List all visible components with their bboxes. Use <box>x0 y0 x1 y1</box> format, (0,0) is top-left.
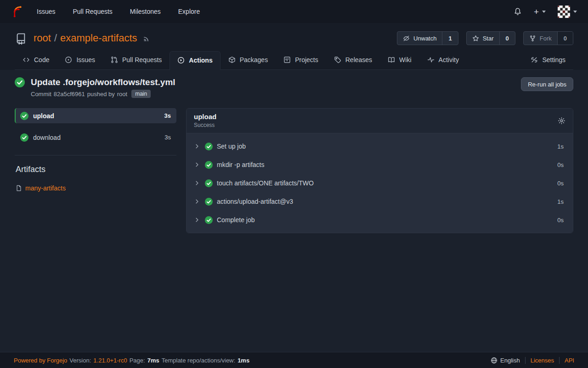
chevron-down-icon <box>542 11 546 13</box>
package-icon <box>228 56 236 63</box>
nav-milestones-link[interactable]: Milestones <box>130 8 161 15</box>
rss-icon[interactable] <box>143 34 150 42</box>
tab-pull-requests-label: Pull Requests <box>122 56 162 63</box>
create-new-dropdown[interactable]: + <box>534 7 546 16</box>
footer-links: English Licenses API <box>491 357 574 364</box>
repo-tabbar: Code Issues Pull Requests <box>15 51 573 70</box>
repo-owner-link[interactable]: root <box>34 32 51 44</box>
play-circle-icon <box>177 57 185 64</box>
forgejo-logo-icon[interactable] <box>11 5 24 18</box>
gear-icon[interactable] <box>558 117 565 125</box>
powered-by-link[interactable]: Powered by Forgejo <box>14 357 67 364</box>
jobs-sidebar: upload 3s download 3s Artifacts <box>15 108 176 192</box>
api-link[interactable]: API <box>565 357 574 364</box>
page-time-value: 7ms <box>147 357 159 364</box>
tab-releases[interactable]: Releases <box>326 51 380 69</box>
tab-activity[interactable]: Activity <box>419 51 467 69</box>
tab-pull-requests[interactable]: Pull Requests <box>103 51 170 69</box>
step-label: mkdir -p artifacts <box>217 161 264 168</box>
check-circle-icon <box>15 77 25 87</box>
step-label: actions/upload-artifact@v3 <box>217 198 293 205</box>
step-label: Set up job <box>217 143 246 150</box>
chevron-right-icon <box>194 180 200 186</box>
fork-button[interactable]: Fork <box>524 32 557 45</box>
nav-issues-link[interactable]: Issues <box>37 8 55 15</box>
step-duration: 0s <box>557 161 564 168</box>
footer: Powered by Forgejo Version: 1.21.0+1-rc0… <box>0 352 588 368</box>
sidebar-divider <box>15 155 176 155</box>
branch-badge[interactable]: main <box>131 90 151 98</box>
step-duration: 1s <box>557 143 564 150</box>
job-detail-title: upload <box>194 113 216 121</box>
tab-packages[interactable]: Packages <box>220 51 276 69</box>
template-time-value: 1ms <box>237 357 249 364</box>
chevron-right-icon <box>194 199 200 204</box>
fork-icon <box>529 35 536 42</box>
commit-label: Commit <box>31 91 51 98</box>
unwatch-button[interactable]: Unwatch <box>397 32 442 45</box>
step-row-complete-job[interactable]: Complete job 0s <box>187 211 573 229</box>
tab-wiki-label: Wiki <box>399 56 411 63</box>
step-row-mkdir[interactable]: mkdir -p artifacts 0s <box>187 155 573 174</box>
committer-link[interactable]: root <box>117 91 127 98</box>
step-duration: 0s <box>557 217 564 224</box>
watchers-count[interactable]: 1 <box>442 32 458 45</box>
rerun-all-jobs-button[interactable]: Re-run all jobs <box>521 77 573 91</box>
check-circle-icon <box>205 143 213 150</box>
bell-icon[interactable] <box>514 7 522 16</box>
tab-projects[interactable]: Projects <box>276 51 326 69</box>
step-row-touch[interactable]: touch artifacts/ONE artifacts/TWO 0s <box>187 174 573 192</box>
version-label: Version: <box>69 357 91 364</box>
check-circle-icon <box>20 112 28 120</box>
nav-explore-link[interactable]: Explore <box>178 8 200 15</box>
code-icon <box>23 56 30 63</box>
job-duration: 3s <box>164 134 171 141</box>
chevron-right-icon <box>194 217 200 223</box>
navbar-right: + <box>514 6 577 18</box>
watch-button-group: Unwatch 1 <box>397 31 458 45</box>
fork-button-group: Fork 0 <box>523 31 573 45</box>
tab-issues[interactable]: Issues <box>57 51 102 69</box>
tab-packages-label: Packages <box>240 56 268 63</box>
job-item-download[interactable]: download 3s <box>15 130 176 145</box>
repo-header: root / example-artifacts <box>0 23 588 70</box>
job-detail-header: upload Success <box>187 109 573 133</box>
forks-count[interactable]: 0 <box>557 32 573 45</box>
language-label: English <box>500 357 520 364</box>
version-link[interactable]: 1.21.0+1-rc0 <box>93 357 127 364</box>
pulse-icon <box>427 56 435 63</box>
step-row-upload-artifact[interactable]: actions/upload-artifact@v3 1s <box>187 192 573 211</box>
globe-icon <box>491 357 498 364</box>
template-time-label: Template repo/actions/view: <box>162 357 235 364</box>
chevron-right-icon <box>194 144 200 149</box>
breadcrumb-separator: / <box>54 32 57 44</box>
avatar <box>558 6 570 18</box>
tab-code[interactable]: Code <box>15 51 57 69</box>
step-duration: 0s <box>557 180 564 187</box>
star-button[interactable]: Star <box>467 32 499 45</box>
eye-slash-icon <box>403 35 410 42</box>
stars-count[interactable]: 0 <box>499 32 515 45</box>
tab-code-label: Code <box>34 56 49 63</box>
nav-pull-requests-link[interactable]: Pull Requests <box>73 8 112 15</box>
repo-name-link[interactable]: example-artifacts <box>60 32 137 44</box>
commit-sha-link[interactable]: 82a5cf6961 <box>54 91 85 98</box>
footer-divider <box>525 357 526 364</box>
step-row-setup-job[interactable]: Set up job 1s <box>187 137 573 155</box>
job-duration: 3s <box>164 112 171 119</box>
tools-icon <box>531 56 538 63</box>
user-menu-dropdown[interactable] <box>558 6 577 18</box>
doc-icon <box>16 185 22 191</box>
top-navbar: Issues Pull Requests Milestones Explore … <box>0 0 588 23</box>
language-selector[interactable]: English <box>491 357 520 364</box>
tab-actions[interactable]: Actions <box>170 51 220 70</box>
job-status-text: Success <box>194 122 216 128</box>
tab-settings[interactable]: Settings <box>523 51 573 69</box>
book-open-icon <box>388 56 395 63</box>
tab-wiki[interactable]: Wiki <box>380 51 419 69</box>
job-item-upload[interactable]: upload 3s <box>15 108 176 123</box>
fork-label: Fork <box>540 35 552 42</box>
licenses-link[interactable]: Licenses <box>531 357 554 364</box>
step-label: touch artifacts/ONE artifacts/TWO <box>217 179 314 187</box>
artifact-link-many-artifacts[interactable]: many-artifacts <box>16 184 176 192</box>
